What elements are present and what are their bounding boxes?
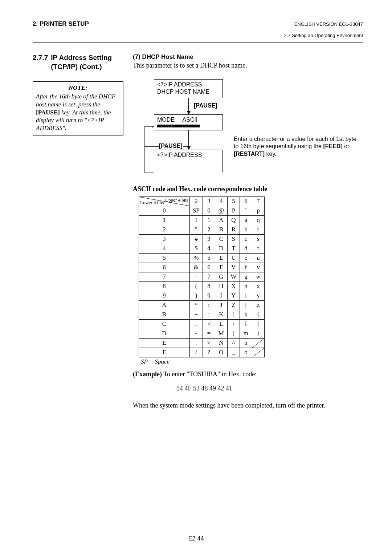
table-row: E.>N^n [139, 338, 265, 348]
table-row: 7'7GWgw [139, 272, 265, 281]
table-row-header: 0 [139, 206, 190, 215]
table-row: B+;K[k{ [139, 310, 265, 319]
table-cell: y [252, 291, 264, 300]
table-cell: } [252, 329, 264, 338]
table-row-header: 8 [139, 281, 190, 291]
table-row-header: 7 [139, 272, 190, 281]
table-col-header: 4 [215, 197, 227, 206]
table-cell: l [240, 319, 252, 329]
table-cell: . [190, 338, 203, 348]
table-cell: " [190, 225, 203, 234]
loop-line [144, 126, 155, 174]
table-cell: x [252, 281, 264, 291]
table-cell: 8 [203, 281, 215, 291]
table-row-header: A [139, 300, 190, 310]
table-cell: X [227, 281, 240, 291]
table-cell: t [252, 244, 264, 253]
table-cell: H [215, 281, 227, 291]
table-cell: B [215, 225, 227, 234]
item7-heading: (7) DHCP Host Name [133, 53, 363, 61]
table-cell: M [215, 329, 227, 338]
table-cell: S [227, 234, 240, 244]
table-row-header: 1 [139, 215, 190, 225]
note-body: After the 16th byte of the DHCP host nam… [36, 93, 120, 132]
table-cell: j [240, 300, 252, 310]
table-row-header: 2 [139, 225, 190, 234]
table-row: 4$4DTdt [139, 244, 265, 253]
table-cell: 2 [203, 225, 215, 234]
table-cell: d [240, 244, 252, 253]
example-hex: 54 4F 53 48 49 42 41 [176, 385, 363, 392]
table-cell: a [240, 215, 252, 225]
table-cell: > [203, 338, 215, 348]
table-cell: m [240, 329, 252, 338]
table-cell: : [203, 300, 215, 310]
table-col-header: 3 [203, 197, 215, 206]
table-cell: SP [190, 206, 203, 215]
table-cell: < [203, 319, 215, 329]
table-cell: * [190, 300, 203, 310]
header-version: ENGLISH VERSION EO1-33047 [294, 21, 363, 27]
ascii-table: Upper 4 bits Lower 4 bits 234567 0SP0@P`… [139, 197, 265, 357]
table-row-header: F [139, 348, 190, 357]
table-cell: G [215, 272, 227, 281]
final-paragraph: When the system mode settings have been … [133, 402, 363, 409]
table-cell: | [252, 319, 264, 329]
table-row-header: 6 [139, 263, 190, 272]
table-row: 0SP0@P`p [139, 206, 265, 215]
table-col-header: 6 [240, 197, 252, 206]
table-cell: D [215, 244, 227, 253]
item7-desc: This parameter is to set a DHCP host nam… [133, 61, 363, 70]
table-cell: ; [203, 310, 215, 319]
table-row-header: E [139, 338, 190, 348]
table-cell: r [252, 225, 264, 234]
table-row: D-=M]m} [139, 329, 265, 338]
note-title: NOTE: [36, 84, 120, 92]
table-cell: u [252, 253, 264, 263]
table-cell: & [190, 263, 203, 272]
table-cell: h [240, 281, 252, 291]
table-cell: 0 [203, 206, 215, 215]
table-row: C,<L\l| [139, 319, 265, 329]
diagram-box-1: <7>IP ADDRESS DHCP HOST NAME [154, 79, 223, 98]
table-cell: ^ [227, 338, 240, 348]
table-row: 1!1AQaq [139, 215, 265, 225]
flow-diagram: <7>IP ADDRESS DHCP HOST NAME [PAUSE] MOD… [154, 79, 350, 172]
table-cell: - [190, 329, 203, 338]
table-row-header: 9 [139, 291, 190, 300]
table-cell: i [240, 291, 252, 300]
sp-note: SP = Space [141, 358, 363, 365]
table-cell: A [215, 215, 227, 225]
table-cell: V [227, 263, 240, 272]
table-cell: = [203, 329, 215, 338]
table-row-header: 5 [139, 253, 190, 263]
table-cell: Q [227, 215, 240, 225]
table-row-header: 3 [139, 234, 190, 244]
page-number: E2-44 [0, 535, 392, 542]
table-cell: ( [190, 281, 203, 291]
table-cell: , [190, 319, 203, 329]
table-cell: U [227, 253, 240, 263]
table-cell: Z [227, 300, 240, 310]
table-row: A*:JZjz [139, 300, 265, 310]
table-row-header: 4 [139, 244, 190, 253]
table-cell: % [190, 253, 203, 263]
table-cell: o [240, 348, 252, 357]
table-cell: J [215, 300, 227, 310]
table-cell: E [215, 253, 227, 263]
table-cell: c [240, 234, 252, 244]
table-cell: T [227, 244, 240, 253]
table-row: 8(8HXhx [139, 281, 265, 291]
table-row: 5%5EUeu [139, 253, 265, 263]
table-cell: w [252, 272, 264, 281]
section-heading: 2.7.7 IP Address Setting (TCP/IP) (Cont.… [33, 53, 123, 71]
header-section-path: 2.7 Setting an Operating Environment [33, 33, 363, 38]
table-row: 3#3CScs [139, 234, 265, 244]
table-row: 9)9IYiy [139, 291, 265, 300]
svg-line-8 [252, 339, 264, 348]
table-row: 6&6FVfv [139, 263, 265, 272]
table-cell: $ [190, 244, 203, 253]
table-cell: # [190, 234, 203, 244]
table-col-header: 5 [227, 197, 240, 206]
table-cell: 5 [203, 253, 215, 263]
